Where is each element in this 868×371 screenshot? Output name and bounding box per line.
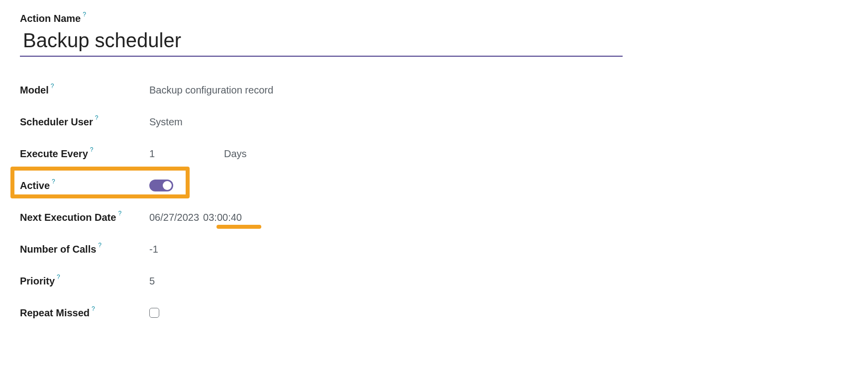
active-row: Active ? (20, 173, 848, 198)
active-label: Active (20, 180, 50, 191)
execute-every-label: Execute Every (20, 148, 88, 160)
priority-row: Priority ? 5 (20, 269, 848, 293)
next-execution-date[interactable]: 06/27/2023 (149, 212, 199, 223)
help-icon[interactable]: ? (51, 83, 54, 90)
help-icon[interactable]: ? (52, 178, 55, 185)
number-of-calls-row: Number of Calls ? -1 (20, 237, 848, 262)
repeat-missed-row: Repeat Missed ? (20, 300, 848, 325)
action-name-input[interactable] (20, 26, 623, 57)
help-icon[interactable]: ? (57, 274, 60, 280)
repeat-missed-label: Repeat Missed (20, 307, 90, 319)
model-row: Model ? Backup configuration record (20, 78, 848, 102)
help-icon[interactable]: ? (92, 305, 95, 312)
toggle-knob (163, 181, 172, 190)
active-toggle[interactable] (149, 180, 173, 191)
next-execution-row: Next Execution Date ? 06/27/2023 03:00:4… (20, 205, 848, 230)
next-execution-label: Next Execution Date (20, 212, 116, 223)
execute-every-unit[interactable]: Days (224, 148, 247, 160)
execute-every-value[interactable] (149, 148, 164, 160)
repeat-missed-checkbox[interactable] (149, 308, 159, 318)
scheduler-user-row: Scheduler User ? System (20, 109, 848, 134)
help-icon[interactable]: ? (95, 114, 99, 121)
scheduler-user-label: Scheduler User (20, 116, 93, 128)
number-of-calls-label: Number of Calls (20, 244, 96, 255)
scheduler-user-value[interactable]: System (149, 116, 183, 128)
priority-label: Priority (20, 276, 55, 287)
priority-value[interactable]: 5 (149, 276, 155, 287)
next-execution-time[interactable]: 03:00:40 (203, 212, 242, 223)
number-of-calls-value[interactable]: -1 (149, 244, 158, 255)
help-icon[interactable]: ? (83, 11, 86, 18)
help-icon[interactable]: ? (118, 210, 121, 217)
model-value[interactable]: Backup configuration record (149, 85, 273, 96)
help-icon[interactable]: ? (98, 242, 102, 249)
help-icon[interactable]: ? (90, 146, 94, 153)
model-label: Model (20, 85, 49, 96)
execute-every-row: Execute Every ? Days (20, 141, 848, 166)
action-name-label: Action Name (20, 13, 81, 24)
